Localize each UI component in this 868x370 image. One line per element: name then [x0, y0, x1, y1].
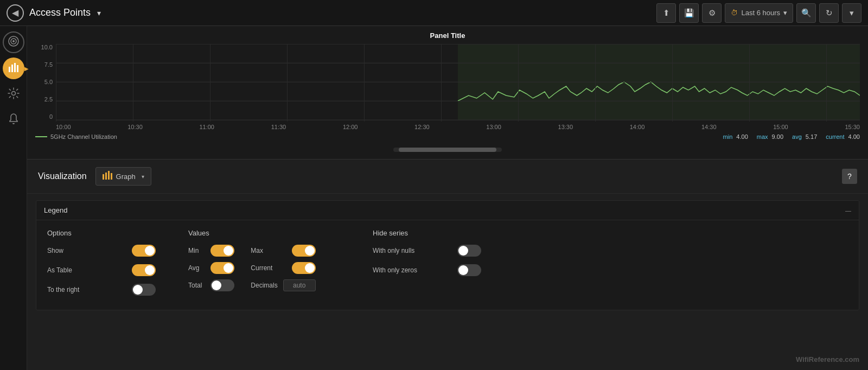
y-label-75: 7.5: [44, 61, 53, 68]
series-label: 5GHz Channel Utilization: [50, 133, 117, 140]
svg-rect-5: [14, 63, 16, 72]
option-show-label: Show: [47, 247, 63, 254]
toggle-thumb: [305, 246, 315, 256]
value-min-label: Min: [188, 247, 199, 254]
x-label-1500: 15:00: [773, 124, 788, 130]
graph-bar-icon: [103, 171, 112, 182]
clock-icon: ⏱: [731, 9, 738, 17]
avg-label: avg: [792, 133, 802, 140]
x-label-1130: 11:30: [271, 124, 286, 130]
share-button[interactable]: ⬆: [656, 3, 676, 23]
svg-rect-3: [9, 67, 10, 72]
search-button[interactable]: 🔍: [796, 3, 816, 23]
legend-panel-title: Legend: [44, 206, 67, 214]
x-label-1430: 14:30: [701, 124, 717, 130]
min-stat: min 4.00: [723, 133, 748, 140]
min-label: min: [723, 133, 733, 140]
settings-button[interactable]: ⚙: [702, 3, 722, 23]
value-total-row: Total: [188, 279, 234, 291]
svg-rect-17: [111, 173, 112, 180]
legend-left: 5GHz Channel Utilization: [35, 133, 117, 140]
option-astable-label: As Table: [47, 266, 72, 274]
chart-wrapper: 10.0 7.5 5.0 2.5 0: [35, 44, 860, 122]
time-range-label: Last 6 hours: [741, 9, 780, 17]
legend-panel-header[interactable]: Legend —: [36, 201, 859, 220]
chart-scrollbar[interactable]: [393, 148, 502, 152]
sidebar-item-layers[interactable]: [3, 31, 24, 53]
value-decimals-row: Decimals: [251, 279, 315, 291]
svg-rect-14: [103, 174, 104, 180]
refresh-button[interactable]: ↻: [819, 3, 839, 23]
header-left: ◀ Access Points ▾: [7, 4, 656, 22]
value-current-toggle[interactable]: [292, 262, 316, 274]
option-show-toggle[interactable]: [132, 245, 156, 257]
x-label-1400: 14:00: [630, 124, 645, 130]
y-label-25: 2.5: [44, 96, 53, 103]
time-range-button[interactable]: ⏱ Last 6 hours ▾: [725, 3, 793, 23]
min-value: 4.00: [736, 133, 748, 140]
y-label-50: 5.0: [44, 79, 53, 85]
hide-zeros-toggle[interactable]: [457, 264, 481, 276]
toggle-thumb: [305, 263, 315, 273]
option-toright-toggle[interactable]: [132, 284, 156, 296]
help-button[interactable]: ?: [842, 169, 857, 184]
option-toright-label: To the right: [47, 286, 79, 294]
viz-header: Visualization Graph ▾ ?: [27, 160, 868, 194]
chart-svg: [56, 44, 860, 120]
sidebar-item-gear[interactable]: [3, 84, 24, 105]
toggle-thumb: [145, 265, 155, 275]
title-dropdown-icon[interactable]: ▾: [97, 9, 101, 17]
bell-icon: [8, 113, 19, 128]
refresh-dropdown-button[interactable]: ▾: [842, 3, 861, 23]
option-astable-toggle[interactable]: [132, 264, 156, 276]
x-label-1000: 10:00: [56, 124, 71, 130]
svg-rect-16: [108, 171, 110, 180]
value-total-toggle[interactable]: [210, 279, 234, 291]
save-button[interactable]: 💾: [679, 3, 699, 23]
options-column: Options Show As Table: [47, 229, 156, 301]
toggle-thumb: [458, 265, 468, 275]
max-label: max: [757, 133, 768, 140]
decimals-input[interactable]: [283, 279, 316, 291]
value-max-toggle[interactable]: [292, 245, 316, 257]
toggle-thumb: [145, 246, 155, 256]
current-label: current: [826, 133, 844, 140]
hide-series-column: Hide series With only nulls With only ze…: [373, 229, 481, 301]
svg-rect-15: [105, 173, 107, 180]
y-label-10: 10.0: [41, 44, 53, 50]
value-avg-toggle[interactable]: [210, 262, 234, 274]
values-column: Values Min: [188, 229, 340, 301]
layers-icon: [8, 35, 20, 50]
back-button[interactable]: ◀: [7, 4, 24, 22]
value-max-label: Max: [251, 247, 263, 254]
value-current-row: Current: [251, 262, 315, 274]
value-min-toggle[interactable]: [210, 245, 234, 257]
hide-nulls-toggle[interactable]: [457, 245, 481, 257]
options-title: Options: [47, 229, 156, 237]
svg-point-2: [12, 40, 15, 42]
viz-type-label: Graph: [116, 173, 136, 181]
y-label-0: 0: [49, 113, 53, 120]
value-current-label: Current: [251, 264, 272, 272]
value-min-row: Min: [188, 245, 234, 257]
x-label-1230: 12:30: [414, 124, 430, 130]
x-axis: 10:00 10:30 11:00 11:30 12:00 12:30 13:0…: [56, 122, 860, 130]
option-toright-row: To the right: [47, 284, 156, 296]
question-icon: ?: [847, 172, 852, 181]
sidebar-item-chart[interactable]: [3, 58, 24, 79]
legend-panel: Legend — Options Show: [36, 200, 859, 310]
series-color-swatch: [35, 136, 47, 137]
viz-type-button[interactable]: Graph ▾: [95, 167, 151, 186]
sidebar-item-bell[interactable]: [3, 110, 24, 131]
x-label-1330: 13:30: [558, 124, 573, 130]
chart-icon: [8, 62, 19, 75]
svg-point-7: [11, 91, 15, 95]
option-astable-row: As Table: [47, 264, 156, 276]
hide-nulls-row: With only nulls: [373, 245, 481, 257]
value-max-row: Max: [251, 245, 315, 257]
max-value: 9.00: [772, 133, 783, 140]
value-decimals-label: Decimals: [251, 282, 277, 289]
main-content: Panel Title 10.0 7.5 5.0 2.5 0: [0, 26, 868, 370]
legend-panel-body: Options Show As Table: [36, 220, 859, 310]
value-avg-row: Avg: [188, 262, 234, 274]
